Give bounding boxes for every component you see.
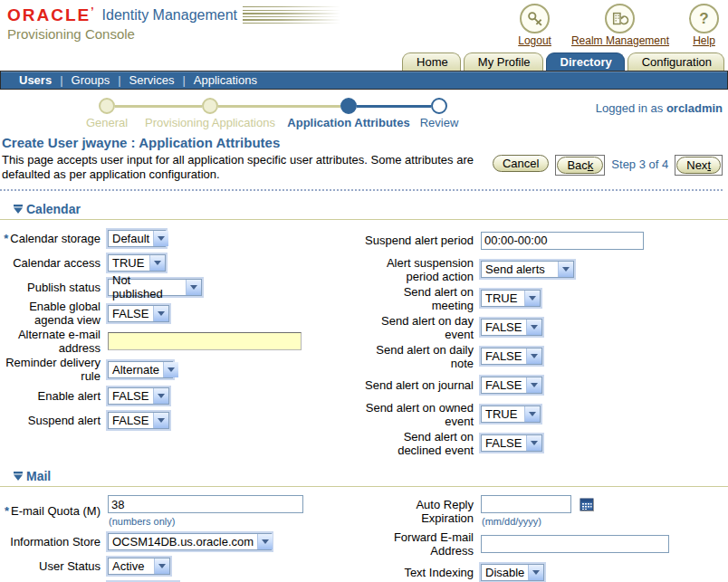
tab-my-profile[interactable]: My Profile — [464, 52, 543, 71]
chevron-down-icon — [528, 565, 543, 580]
train-segment — [115, 105, 202, 108]
send-alert-daily-note-select[interactable]: FALSE — [481, 348, 542, 365]
field-label: Calendar access — [0, 256, 105, 270]
tab-configuration[interactable]: Configuration — [627, 52, 724, 71]
nav-item-applications[interactable]: Applications — [194, 73, 257, 87]
quick-links: Logout Realm Management ? Help — [518, 4, 719, 47]
chevron-down-icon — [257, 534, 273, 549]
page-title: Create User jwayne : Application Attribu… — [0, 132, 728, 153]
logout-button[interactable]: Logout — [518, 4, 551, 47]
brand-stripes-decoration — [243, 6, 340, 24]
chevron-down-icon — [154, 558, 169, 574]
required-marker: * — [4, 232, 8, 245]
section-rule — [0, 219, 728, 220]
suspend-alert-period-input[interactable] — [481, 232, 644, 250]
next-button-frame: Next — [675, 155, 723, 176]
send-alert-meeting-select[interactable]: TRUE — [481, 290, 541, 307]
information-store-row: Information Store OCSM14DB.us.oracle.com — [0, 530, 362, 553]
train-step-general-circle[interactable] — [99, 98, 115, 114]
dotted-separator — [0, 189, 723, 191]
field-label: Publish status — [0, 281, 105, 294]
chevron-down-icon — [163, 362, 178, 377]
auto-reply-expiration-row: Auto Reply Expiration — [362, 493, 728, 529]
send-alert-owned-event-select[interactable]: TRUE — [481, 405, 541, 423]
realm-management-button[interactable]: Realm Management — [571, 4, 669, 47]
send-alert-declined-event-select[interactable]: FALSE — [481, 434, 542, 452]
send-alert-day-event-select[interactable]: FALSE — [481, 319, 542, 336]
field-label: Send alert on meeting — [362, 285, 478, 312]
field-label: Suspend alert — [0, 414, 105, 427]
information-store-select[interactable]: OCSM14DB.us.oracle.com — [108, 533, 272, 550]
send-alert-journal-select[interactable]: FALSE — [481, 377, 542, 394]
enable-alert-select[interactable]: FALSE — [108, 387, 169, 405]
nav-item-services[interactable]: Services — [129, 73, 175, 87]
calendar-access-row: Calendar access TRUE — [0, 251, 362, 274]
publish-status-select[interactable]: Not published — [108, 279, 202, 296]
forward-email-input[interactable] — [481, 535, 669, 553]
key-icon — [520, 4, 550, 33]
alternate-email-input[interactable] — [108, 332, 302, 350]
field-label: Auto Reply Expiration — [362, 498, 478, 525]
train-step-general-label[interactable]: General — [86, 116, 128, 129]
calendar-storage-row: *Calendar storage Default — [0, 226, 362, 250]
calendar-section-header[interactable]: Calendar — [13, 202, 728, 216]
tab-directory[interactable]: Directory — [546, 52, 625, 71]
mail-section: Mail *E-mail Quota (M) (numbers only) In… — [0, 469, 728, 582]
train-step-provisioning-circle[interactable] — [202, 98, 218, 114]
train-step-attributes-circle — [340, 98, 357, 114]
field-label: Information Store — [0, 535, 105, 549]
chevron-down-icon — [526, 377, 541, 393]
chevron-down-icon — [524, 291, 540, 306]
nav-item-users[interactable]: Users — [19, 73, 52, 87]
chevron-down-icon — [153, 388, 168, 404]
field-label: E-mail Quota (M) — [11, 504, 101, 518]
field-label: Alert suspension period action — [362, 256, 478, 283]
user-status-select[interactable]: Active — [108, 558, 170, 575]
field-label: Send alert on declined event — [362, 430, 478, 457]
realm-management-label: Realm Management — [571, 34, 669, 47]
section-rule — [0, 486, 728, 487]
calendar-icon — [579, 496, 596, 513]
nav-item-groups[interactable]: Groups — [72, 73, 110, 87]
auto-reply-mode-row: Auto Reply Mode — [0, 578, 362, 582]
cancel-button[interactable]: Cancel — [493, 155, 549, 172]
login-username: orcladmin — [666, 101, 723, 115]
enable-global-agenda-select[interactable]: FALSE — [108, 305, 169, 322]
text-indexing-select[interactable]: Disable — [481, 564, 544, 581]
reminder-delivery-rule-row: Reminder delivery rule Alternate — [0, 356, 362, 383]
train-step-attributes-label: Application Attributes — [287, 116, 409, 129]
back-button[interactable]: Back — [557, 157, 603, 174]
train-segment — [357, 105, 431, 108]
chevron-down-icon — [153, 231, 168, 246]
reminder-delivery-rule-select[interactable]: Alternate — [108, 361, 173, 378]
mail-section-header[interactable]: Mail — [13, 469, 728, 483]
calendar-storage-select[interactable]: Default — [108, 230, 166, 247]
help-icon: ? — [689, 4, 719, 33]
suspend-alert-select[interactable]: FALSE — [108, 412, 169, 429]
field-label: Calendar storage — [10, 232, 101, 245]
collapse-triangle-icon — [13, 204, 24, 215]
field-label: Enable alert — [0, 389, 105, 403]
train-step-provisioning-label[interactable]: Provisioning Applications — [145, 116, 275, 129]
email-quota-input[interactable] — [108, 495, 303, 513]
tab-home[interactable]: Home — [402, 52, 461, 71]
enable-alert-row: Enable alert FALSE — [0, 384, 362, 407]
auto-reply-expiration-input[interactable] — [481, 495, 571, 513]
field-label: Forward E-mail Address — [362, 530, 478, 558]
field-label: Suspend alert period — [362, 234, 478, 247]
next-button[interactable]: Next — [676, 157, 721, 174]
date-picker-button[interactable] — [579, 496, 596, 513]
nav-separator: | — [182, 73, 185, 87]
alert-suspension-action-select[interactable]: Send alerts — [481, 261, 574, 278]
step-indicator: Step 3 of 4 — [611, 155, 668, 171]
required-marker: * — [5, 504, 9, 518]
train-step-review-circle — [431, 98, 447, 114]
login-status: Logged in as orcladmin — [596, 101, 723, 115]
help-button[interactable]: ? Help — [689, 4, 719, 47]
logout-label: Logout — [518, 34, 551, 47]
field-label: Text Indexing — [362, 566, 478, 579]
calendar-access-select[interactable]: TRUE — [108, 254, 166, 272]
email-quota-row: *E-mail Quota (M) (numbers only) — [0, 493, 362, 529]
user-status-row: User Status Active — [0, 554, 362, 577]
field-label: Enable global agenda view — [0, 300, 105, 327]
